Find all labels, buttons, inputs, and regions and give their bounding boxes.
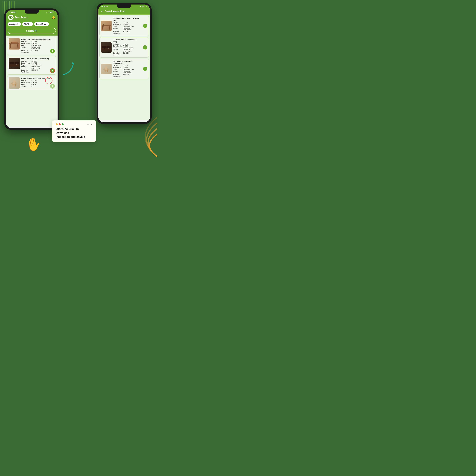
saved-card-img-3	[101, 64, 112, 74]
sku-value-1: P-12347	[32, 41, 37, 42]
saved-card-2[interactable]: Sideboard 140x77 cm "Assuan" Mang... SKU…	[100, 37, 149, 58]
app-title: Dashboard	[15, 16, 50, 19]
bell-icon[interactable]: 🔔	[52, 16, 55, 19]
saved-bitm-1: Buyer Itm 51011673	[113, 31, 142, 33]
filter-type[interactable]: FINAL ▼	[22, 22, 33, 26]
saved-buyer-label-2: Buyer	[113, 47, 122, 49]
dot-yellow	[56, 123, 58, 125]
saved-cards-list: Dining table made from solid wood pla...…	[98, 15, 150, 120]
status-time-left: 12:18 PM	[9, 11, 16, 13]
battery-icon-right: 🔋	[145, 6, 147, 7]
download-button-3[interactable]: ⬇	[50, 84, 55, 88]
card-image-1	[9, 38, 20, 50]
sku-label-2: SKU No.	[21, 61, 31, 62]
search-container: Search 🔍	[6, 27, 58, 35]
card-image-2	[9, 58, 20, 69]
search-label: Search	[26, 30, 34, 32]
saved-buyer-3: Buyer Gemini Furniture	[113, 69, 142, 70]
saved-sku-1: SKU No. P-12347	[113, 22, 142, 24]
saved-sku-label-2: SKU No.	[113, 43, 122, 45]
buyer-po-value-2: P-98766	[32, 62, 37, 64]
svg-rect-41	[105, 66, 107, 70]
wifi-icon-left: WiFi	[50, 11, 52, 13]
saved-bitm-label-1: Buyer Itm	[113, 31, 122, 33]
svg-rect-30	[102, 25, 111, 26]
saved-vendor-label-2: Vendor	[113, 49, 122, 52]
svg-rect-24	[17, 67, 18, 68]
saved-vitm-label-2: Vendor Itm	[113, 54, 122, 56]
saved-nav-arrow-3[interactable]: ›	[143, 67, 147, 71]
saved-nav-arrow-1[interactable]: ›	[143, 24, 147, 28]
filter-date[interactable]: 1 Jan-17 May	[34, 22, 49, 26]
card-info-1: Dining table made from solid wood pla...…	[21, 38, 55, 53]
card-buyer-itm-2: Buyer Itm 52010542	[21, 69, 55, 71]
saved-bitm-val-2: 52010542	[123, 52, 130, 54]
vendor-label-3: Vendor	[21, 85, 31, 87]
saved-vitm-label-1: Vendor Itm	[113, 33, 122, 34]
saved-vitm-3: Vendor Itm	[113, 76, 142, 77]
maximize-icon[interactable]: +	[91, 123, 92, 127]
saved-sku-val-3: P-12345	[123, 65, 128, 67]
phone-left-screen: 12:18 PM ▲▼ WiFi 🔋 Dashboard 🔔	[6, 10, 58, 128]
buyer-itm-value-2: 52010542	[32, 69, 38, 71]
phone-notch-left	[25, 10, 39, 14]
card-vendor-itm-2: Vendor Itm	[21, 71, 55, 73]
buyer-po-value-3: P-98766	[32, 82, 37, 83]
saved-bitm-label-3: Buyer Itm	[113, 74, 122, 75]
saved-bitm-val-3: 53001904	[123, 74, 130, 75]
svg-rect-15	[11, 42, 18, 43]
saved-buyer-val-3: Gemini Furniture	[123, 69, 134, 70]
saved-buyer-2: Buyer Gemini Furniture	[113, 47, 142, 49]
status-icons-left: ▲▼ WiFi 🔋	[46, 11, 55, 13]
saved-buyer-label-1: Buyer	[113, 26, 122, 27]
saved-card-1[interactable]: Dining table made from solid wood pla...…	[100, 16, 149, 36]
saved-vendor-val-3: Fashion Art &Craft Pvt. Ltd.	[123, 70, 132, 74]
saved-bitm-2: Buyer Itm 52010542	[113, 52, 142, 54]
tooltip-top-bar: — +	[56, 123, 92, 127]
download-circle-highlight	[45, 77, 52, 84]
filter-row: Assigned ▼ FINAL ▼ 1 Jan-17 May	[6, 21, 58, 27]
saved-po-val-3: P-98766	[123, 67, 128, 68]
saved-buyer-1: Buyer Gemini Furniture	[113, 26, 142, 27]
sku-value-3: P-12345	[32, 80, 37, 82]
back-arrow[interactable]: ←	[101, 10, 103, 13]
wifi-icon-right: WiFi	[142, 6, 145, 7]
window-controls: — +	[87, 123, 92, 127]
search-button[interactable]: Search 🔍	[8, 28, 56, 34]
saved-vitm-1: Vendor Itm	[113, 33, 142, 34]
saved-bitm-val-1: 51011673	[123, 31, 130, 33]
inspection-card-1[interactable]: Dining table made from solid wood pla...…	[7, 37, 56, 55]
saved-vendor-val-2: Fashion Art &Craft Pvt. Ltd.	[123, 49, 132, 52]
svg-rect-37	[106, 46, 110, 48]
saved-card-title-3: Genoa Accent Chair Rustic Brown(INS...	[113, 60, 142, 64]
saved-nav-arrow-2[interactable]: ›	[143, 45, 147, 50]
filter-status[interactable]: Assigned ▼	[8, 22, 21, 26]
battery-icon-left: 🔋	[53, 11, 55, 13]
dot-red	[59, 123, 61, 125]
saved-buyer-val-1: Gemini Furniture	[123, 26, 134, 27]
minimize-icon[interactable]: —	[87, 123, 89, 127]
card-title-2: Sideboard 140x77 cm "Assuan" Mang...	[21, 58, 55, 60]
vendor-label-2: Vendor	[21, 66, 31, 69]
buyer-itm-label-1: Buyer Itm	[21, 50, 31, 51]
vendor-itm-label-1: Vendor Itm	[21, 52, 31, 53]
status-icons-right: ▲▼ WiFi 🔋	[138, 6, 147, 7]
svg-rect-23	[10, 67, 12, 68]
saved-card-3[interactable]: Genoa Accent Chair Rustic Brown(INS... S…	[100, 59, 149, 79]
svg-rect-19	[10, 62, 14, 64]
svg-rect-43	[107, 69, 108, 72]
saved-card-img-1	[101, 21, 112, 31]
saved-sku-val-2: P-12346	[123, 43, 128, 45]
vendor-label-1: Vendor	[21, 46, 31, 50]
card-image-3	[9, 77, 20, 88]
vendor-itm-label-2: Vendor Itm	[21, 71, 31, 73]
saved-sku-label-1: SKU No.	[113, 22, 122, 24]
buyer-label-2: Buyer	[21, 64, 31, 66]
filter-type-label: FINAL	[24, 23, 29, 25]
download-button-2[interactable]: ⬇	[50, 68, 55, 73]
saved-card-title-2: Sideboard 140x77 cm "Assuan" Mang...	[113, 39, 142, 43]
inspection-card-2[interactable]: Sideboard 140x77 cm "Assuan" Mang... SKU…	[7, 56, 56, 74]
svg-point-22	[16, 64, 17, 65]
svg-rect-36	[102, 46, 106, 48]
window-dots	[56, 123, 64, 125]
